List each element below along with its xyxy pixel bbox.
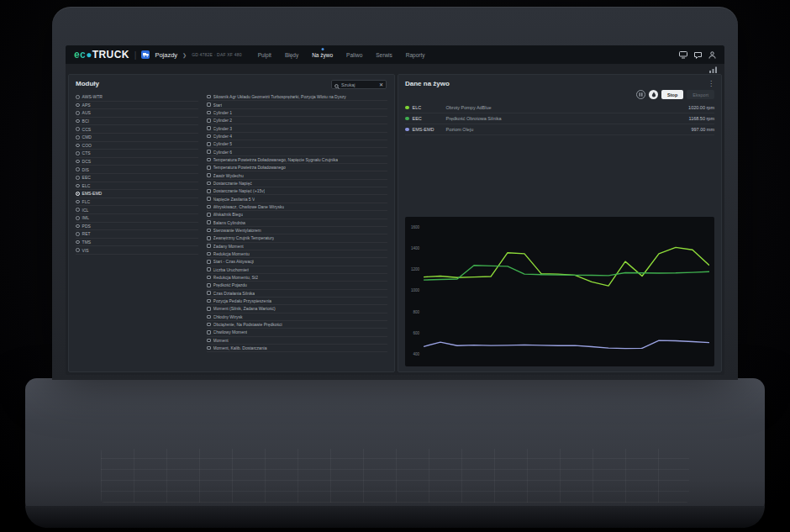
module-label: FLC: [82, 199, 90, 204]
checkbox-icon: [207, 134, 211, 139]
parameter-checkbox-item[interactable]: Moment: [207, 337, 387, 345]
parameter-checkbox-item[interactable]: Zewnętrzny Czujnik Temperatury: [207, 234, 387, 242]
parameter-checkbox-item[interactable]: Cylinder 1: [207, 109, 387, 117]
search-input[interactable]: [341, 82, 377, 87]
nav-tab[interactable]: Raporty: [400, 45, 431, 64]
parameter-checkbox-item[interactable]: Czas Działania Silnika: [207, 290, 387, 298]
navbar: ec●TRUCK | Pojazdy ❯ GD 4782E · DAF XF 4…: [66, 45, 724, 64]
pause-button[interactable]: [636, 90, 645, 99]
nav-tab[interactable]: Na żywo: [306, 45, 339, 64]
module-radio-item[interactable]: IML: [76, 214, 198, 223]
stop-button[interactable]: Stop: [661, 90, 683, 99]
checkbox-icon: [207, 307, 211, 311]
vehicle-id[interactable]: GD 4782E · DAF XF 480: [192, 52, 242, 57]
signal-value: 1168.50 rpm: [689, 116, 714, 121]
parameter-label: Dostarczanie Napięć: [213, 181, 252, 186]
parameter-checkbox-item[interactable]: Zawór Wydechu: [207, 171, 387, 179]
parameter-checkbox-item[interactable]: Wtryskiwacz, Chwilowe Dane Wtrysku: [207, 203, 387, 211]
module-radio-item[interactable]: CMD: [76, 134, 198, 142]
laptop-screen-bezel: ec●TRUCK | Pojazdy ❯ GD 4782E · DAF XF 4…: [52, 7, 738, 380]
module-label: ICL: [82, 208, 89, 213]
signal-code: EMS-EMD: [413, 127, 443, 132]
parameter-checkbox-item[interactable]: Start - Czas Aktywacji: [207, 258, 387, 266]
droplet-button[interactable]: [649, 90, 658, 99]
module-radio-item[interactable]: DIS: [76, 166, 198, 174]
checkbox-icon: [207, 95, 211, 99]
clear-search-icon[interactable]: ✕: [379, 82, 383, 87]
parameter-checkbox-item[interactable]: Obciążenie, Na Podstawie Prędkości: [207, 321, 387, 329]
scene: ec●TRUCK | Pojazdy ❯ GD 4782E · DAF XF 4…: [0, 0, 790, 532]
nav-tab[interactable]: Błędy: [279, 45, 304, 64]
module-radio-item[interactable]: TMS: [76, 239, 198, 247]
search-box[interactable]: ✕: [331, 80, 387, 89]
parameter-checkbox-item[interactable]: Redukcja Momentu: [207, 250, 387, 258]
module-radio-item[interactable]: BCI: [76, 118, 198, 126]
signal-code: EEC: [413, 116, 443, 121]
parameter-checkbox-item[interactable]: Napięcie Zasilania 5 V: [207, 195, 387, 203]
nav-tab[interactable]: Pulpit: [252, 45, 277, 64]
parameter-label: Temperatura Powietrza Doładowanego, Napi…: [213, 157, 338, 162]
checkbox-icon: [207, 229, 211, 233]
parameter-checkbox-item[interactable]: Chwilowy Moment: [207, 329, 387, 336]
checkbox-icon: [207, 182, 211, 186]
parameter-checkbox-item[interactable]: Siłownik Agr Układu Geometrii Turbospręż…: [207, 93, 387, 101]
user-icon[interactable]: [708, 51, 716, 59]
signal-row[interactable]: EMS-EMD Poziom Oleju 997.00 mm: [405, 124, 714, 135]
module-radio-item[interactable]: VIS: [76, 246, 198, 255]
parameter-checkbox-item[interactable]: Liczba Uruchomień: [207, 266, 387, 274]
module-radio-item[interactable]: APS: [76, 102, 198, 110]
signal-row[interactable]: ELC Obroty Pompy AdBlue 1020.00 rpm: [405, 103, 714, 113]
module-radio-item[interactable]: CCS: [76, 125, 198, 134]
nav-tab[interactable]: Paliwo: [340, 45, 368, 64]
parameter-checkbox-item[interactable]: Redukcja Momentu, St2: [207, 274, 387, 282]
module-radio-item[interactable]: CTS: [76, 150, 198, 158]
display-icon[interactable]: [679, 51, 687, 59]
parameter-checkbox-item[interactable]: Cylinder 4: [207, 133, 387, 140]
module-radio-item[interactable]: ELC: [76, 182, 198, 191]
module-radio-item[interactable]: RET: [76, 230, 198, 239]
parameter-checkbox-item[interactable]: Temperatura Powietrza Doładowanego: [207, 164, 387, 171]
parameter-checkbox-item[interactable]: Dostarczanie Napięć (+15v): [207, 187, 387, 195]
module-radio-item[interactable]: DCS: [76, 158, 198, 166]
module-radio-item[interactable]: AWS-WTR: [76, 93, 198, 102]
parameter-checkbox-item[interactable]: Wskaźnik Biegu: [207, 211, 387, 219]
parameter-checkbox-item[interactable]: Cylinder 2: [207, 117, 387, 124]
parameter-checkbox-item[interactable]: Cylinder 5: [207, 140, 387, 148]
app-logo[interactable]: ec●TRUCK: [74, 49, 129, 61]
parameter-label: Sterowanie Wentylatorem: [213, 228, 261, 233]
parameter-checkbox-item[interactable]: Cylinder 3: [207, 124, 387, 132]
module-radio-item[interactable]: EMS-EMD: [76, 190, 198, 198]
parameter-checkbox-item[interactable]: Dostarczanie Napięć: [207, 180, 387, 187]
parameter-checkbox-item[interactable]: Zadany Moment: [207, 243, 387, 250]
module-label: IML: [82, 215, 89, 220]
kebab-menu-icon[interactable]: ⋮: [708, 81, 714, 87]
parameter-checkbox-item[interactable]: Start: [207, 101, 387, 108]
parameter-checkbox-item[interactable]: Moment (Silnik, Zadana Wartość): [207, 305, 387, 313]
module-radio-item[interactable]: PDS: [76, 223, 198, 231]
parameter-label: Liczba Uruchomień: [213, 267, 250, 272]
module-radio-item[interactable]: COO: [76, 142, 198, 150]
module-radio-item[interactable]: ICL: [76, 206, 198, 214]
laptop-front-edge: [25, 506, 765, 528]
module-radio-item[interactable]: FLC: [76, 198, 198, 207]
parameter-checkbox-item[interactable]: Chłodny Wtrysk: [207, 313, 387, 321]
parameter-checkbox-item[interactable]: Balans Cylindrów: [207, 219, 387, 227]
module-radio-item[interactable]: EEC: [76, 174, 198, 182]
parameter-checkbox-item[interactable]: Sterowanie Wentylatorem: [207, 227, 387, 234]
breadcrumb[interactable]: Pojazdy: [155, 51, 177, 59]
module-radio-item[interactable]: AUS: [76, 109, 198, 118]
parameter-checkbox-item[interactable]: Pozycja Pedału Przyspieszenia: [207, 298, 387, 305]
signal-color-dot: [405, 128, 409, 132]
logo-truck-text: TRUCK: [92, 49, 129, 61]
radio-icon: [76, 248, 80, 252]
parameter-checkbox-item[interactable]: Prędkość Pojazdu: [207, 282, 387, 289]
parameter-checkbox-item[interactable]: Moment, Kalib. Dostarczania: [207, 345, 387, 352]
chat-icon[interactable]: [694, 51, 702, 59]
parameter-label: Wskaźnik Biegu: [213, 212, 244, 217]
nav-tab[interactable]: Serwis: [370, 45, 398, 64]
parameter-checkbox-item[interactable]: Temperatura Powietrza Doładowanego, Napi…: [207, 156, 387, 164]
export-button[interactable]: Eksport: [687, 90, 714, 99]
parameter-label: Chwilowy Moment: [213, 329, 248, 334]
signal-row[interactable]: EEC Prędkość Obrotowa Silnika 1168.50 rp…: [405, 113, 714, 124]
parameter-checkbox-item[interactable]: Cylinder 6: [207, 148, 387, 155]
